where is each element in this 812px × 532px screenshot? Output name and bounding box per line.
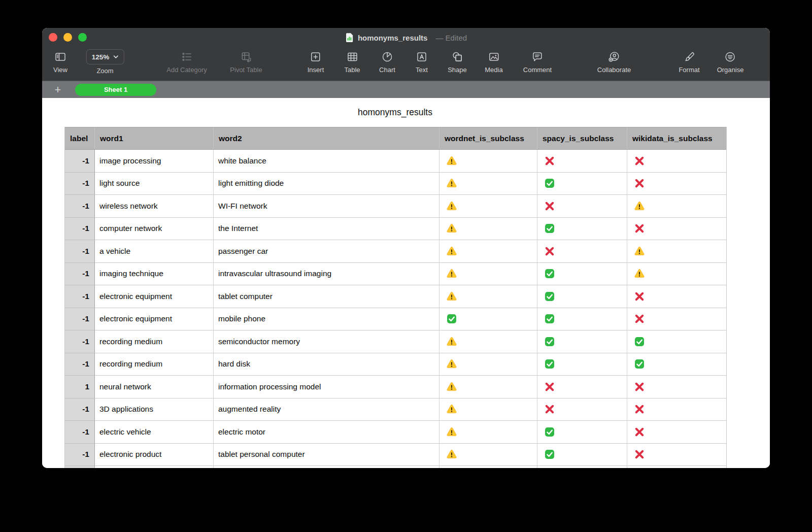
- spacy-is-subclass-cell[interactable]: [537, 263, 627, 285]
- label-cell[interactable]: -1: [65, 263, 95, 286]
- label-cell[interactable]: -1: [65, 195, 95, 218]
- word2-cell[interactable]: intravascular ultrasound imaging: [214, 263, 439, 285]
- word1-cell[interactable]: light source: [95, 173, 214, 195]
- column-header-wordnet-is-subclass[interactable]: wordnet_is_subclass: [439, 127, 537, 149]
- wikidata-is-subclass-cell[interactable]: [627, 376, 726, 398]
- spacy-is-subclass-cell[interactable]: [537, 353, 627, 376]
- toolbar-item-insert[interactable]: Insert: [308, 50, 324, 74]
- word1-cell[interactable]: recording medium: [95, 330, 214, 353]
- wordnet-is-subclass-cell[interactable]: [439, 466, 537, 468]
- zoom-dropdown[interactable]: 125%: [86, 49, 124, 64]
- spacy-is-subclass-cell[interactable]: [537, 444, 627, 466]
- wordnet-is-subclass-cell[interactable]: [439, 285, 537, 308]
- label-cell[interactable]: -1: [65, 218, 95, 241]
- spacy-is-subclass-cell[interactable]: [537, 376, 627, 398]
- word1-cell[interactable]: electronic product: [95, 466, 214, 468]
- minimize-button[interactable]: [63, 33, 72, 42]
- wordnet-is-subclass-cell[interactable]: [439, 218, 537, 240]
- spacy-is-subclass-cell[interactable]: [537, 398, 627, 421]
- toolbar-item-text[interactable]: Text: [415, 50, 428, 74]
- fullscreen-button[interactable]: [78, 33, 87, 42]
- spacy-is-subclass-cell[interactable]: [537, 173, 627, 195]
- toolbar-item-table[interactable]: Table: [344, 50, 360, 74]
- word2-cell[interactable]: electric motor: [214, 421, 439, 443]
- label-cell[interactable]: -1: [65, 330, 95, 353]
- toolbar-item-organise[interactable]: Organise: [717, 50, 744, 74]
- tab-sheet-1[interactable]: Sheet 1: [75, 84, 156, 96]
- wikidata-is-subclass-cell[interactable]: [627, 240, 726, 262]
- wikidata-is-subclass-cell[interactable]: [627, 421, 726, 443]
- spacy-is-subclass-cell[interactable]: [537, 218, 627, 240]
- column-header-word2[interactable]: word2: [214, 127, 439, 149]
- word1-cell[interactable]: electric vehicle: [95, 421, 214, 443]
- wikidata-is-subclass-cell[interactable]: [627, 353, 726, 376]
- wordnet-is-subclass-cell[interactable]: [439, 150, 537, 172]
- word1-cell[interactable]: wireless network: [95, 195, 214, 217]
- word1-cell[interactable]: imaging technique: [95, 263, 214, 285]
- label-cell[interactable]: -1: [65, 466, 95, 468]
- toolbar-item-comment[interactable]: Comment: [523, 50, 552, 74]
- toolbar-item-media[interactable]: Media: [485, 50, 502, 74]
- word2-cell[interactable]: the Internet: [214, 218, 439, 240]
- word1-cell[interactable]: a vehicle: [95, 240, 214, 262]
- wordnet-is-subclass-cell[interactable]: [439, 421, 537, 443]
- label-cell[interactable]: -1: [65, 173, 95, 195]
- spacy-is-subclass-cell[interactable]: [537, 308, 627, 330]
- wordnet-is-subclass-cell[interactable]: [439, 240, 537, 262]
- toolbar-item-collaborate[interactable]: Collaborate: [597, 50, 631, 74]
- label-cell[interactable]: 1: [65, 376, 95, 398]
- word2-cell[interactable]: mobile phone: [214, 308, 439, 330]
- wordnet-is-subclass-cell[interactable]: [439, 353, 537, 376]
- label-cell[interactable]: -1: [65, 285, 95, 308]
- wikidata-is-subclass-cell[interactable]: [627, 195, 726, 217]
- word2-cell[interactable]: hard disk: [214, 353, 439, 376]
- word1-cell[interactable]: electronic equipment: [95, 308, 214, 330]
- label-cell[interactable]: -1: [65, 150, 95, 173]
- wordnet-is-subclass-cell[interactable]: [439, 444, 537, 466]
- toolbar-item-zoom[interactable]: 125%Zoom: [86, 49, 124, 75]
- label-cell[interactable]: -1: [65, 353, 95, 376]
- toolbar-item-chart[interactable]: Chart: [379, 50, 395, 74]
- wikidata-is-subclass-cell[interactable]: [627, 218, 726, 240]
- word2-cell[interactable]: light emitting diode: [214, 173, 439, 195]
- wordnet-is-subclass-cell[interactable]: [439, 376, 537, 398]
- spacy-is-subclass-cell[interactable]: [537, 240, 627, 262]
- wikidata-is-subclass-cell[interactable]: [627, 173, 726, 195]
- toolbar-item-view[interactable]: View: [53, 50, 67, 74]
- wikidata-is-subclass-cell[interactable]: [627, 150, 726, 172]
- column-header-spacy-is-subclass[interactable]: spacy_is_subclass: [537, 127, 627, 149]
- word2-cell[interactable]: white balance: [214, 150, 439, 172]
- close-button[interactable]: [49, 33, 57, 42]
- spacy-is-subclass-cell[interactable]: [537, 421, 627, 443]
- wordnet-is-subclass-cell[interactable]: [439, 173, 537, 195]
- word1-cell[interactable]: electronic equipment: [95, 285, 214, 308]
- wikidata-is-subclass-cell[interactable]: [627, 330, 726, 353]
- word1-cell[interactable]: 3D applications: [95, 398, 214, 421]
- wikidata-is-subclass-cell[interactable]: [627, 308, 726, 330]
- wikidata-is-subclass-cell[interactable]: [627, 398, 726, 421]
- word2-cell[interactable]: tablet personal computer: [214, 444, 439, 466]
- wordnet-is-subclass-cell[interactable]: [439, 308, 537, 330]
- word1-cell[interactable]: computer network: [95, 218, 214, 240]
- label-cell[interactable]: -1: [65, 308, 95, 331]
- wordnet-is-subclass-cell[interactable]: [439, 195, 537, 217]
- spacy-is-subclass-cell[interactable]: [537, 285, 627, 308]
- word2-cell[interactable]: passenger car: [214, 240, 439, 262]
- word2-cell[interactable]: smart phone: [214, 466, 439, 468]
- wordnet-is-subclass-cell[interactable]: [439, 398, 537, 421]
- spacy-is-subclass-cell[interactable]: [537, 330, 627, 353]
- label-cell[interactable]: -1: [65, 240, 95, 263]
- wikidata-is-subclass-cell[interactable]: [627, 285, 726, 308]
- spacy-is-subclass-cell[interactable]: [537, 150, 627, 172]
- wikidata-is-subclass-cell[interactable]: [627, 263, 726, 285]
- wikidata-is-subclass-cell[interactable]: [627, 466, 726, 468]
- word2-cell[interactable]: WI-FI network: [214, 195, 439, 217]
- wikidata-is-subclass-cell[interactable]: [627, 444, 726, 466]
- column-header-wikidata-is-subclass[interactable]: wikidata_is_subclass: [627, 127, 726, 149]
- word1-cell[interactable]: electronic product: [95, 444, 214, 466]
- table-title[interactable]: homonyms_results: [64, 107, 726, 118]
- label-cell[interactable]: -1: [65, 421, 95, 444]
- word1-cell[interactable]: image processing: [95, 150, 214, 172]
- word2-cell[interactable]: augmented reality: [214, 398, 439, 421]
- word2-cell[interactable]: semiconductor memory: [214, 330, 439, 353]
